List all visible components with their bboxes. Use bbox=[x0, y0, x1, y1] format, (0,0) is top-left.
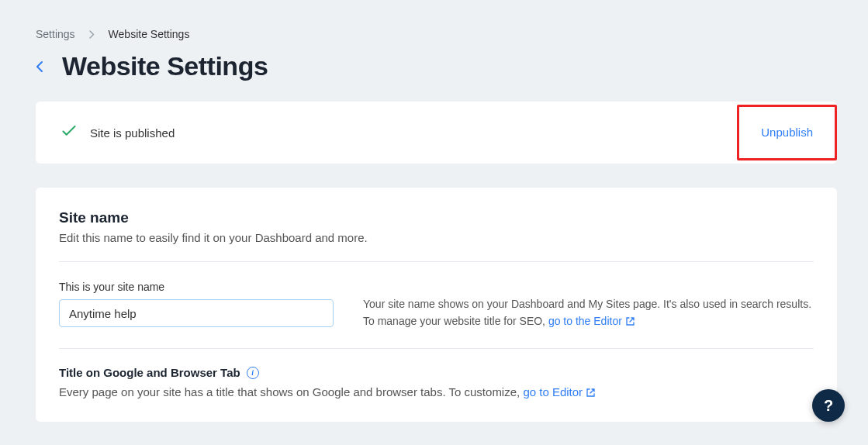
chevron-left-icon bbox=[36, 60, 43, 73]
title-tab-heading: Title on Google and Browser Tab bbox=[59, 366, 240, 379]
external-link-icon bbox=[586, 385, 596, 403]
help-button[interactable]: ? bbox=[812, 389, 845, 422]
site-name-help-text: Your site name shows on your Dashboard a… bbox=[363, 281, 814, 331]
site-name-card: Site name Edit this name to easily find … bbox=[36, 188, 837, 422]
publish-status-card: Site is published Unpublish bbox=[36, 102, 837, 164]
back-button[interactable] bbox=[36, 60, 43, 73]
go-to-editor-link-2[interactable]: go to Editor bbox=[523, 385, 596, 398]
go-to-editor-link[interactable]: go to the Editor bbox=[548, 315, 635, 327]
breadcrumb: Settings Website Settings bbox=[36, 0, 837, 40]
site-name-input[interactable] bbox=[59, 299, 334, 327]
info-icon[interactable]: i bbox=[247, 367, 259, 379]
breadcrumb-root[interactable]: Settings bbox=[36, 28, 75, 40]
chevron-right-icon bbox=[89, 30, 95, 39]
breadcrumb-current: Website Settings bbox=[109, 28, 190, 40]
site-name-title: Site name bbox=[59, 209, 814, 226]
unpublish-highlight: Unpublish bbox=[737, 105, 837, 160]
site-name-desc: Edit this name to easily find it on your… bbox=[59, 231, 814, 244]
title-tab-desc: Every page on your site has a title that… bbox=[59, 384, 814, 403]
unpublish-button[interactable]: Unpublish bbox=[761, 126, 813, 139]
site-name-field-label: This is your site name bbox=[59, 281, 334, 293]
check-icon bbox=[62, 126, 76, 140]
external-link-icon bbox=[625, 315, 635, 332]
publish-status-text: Site is published bbox=[90, 126, 175, 140]
page-title: Website Settings bbox=[62, 51, 268, 81]
